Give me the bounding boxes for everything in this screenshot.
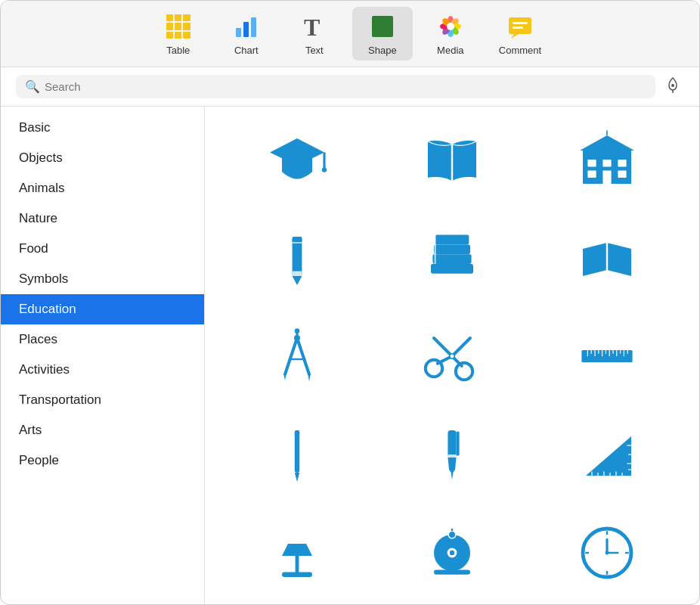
svg-rect-1 [243,22,249,37]
svg-marker-16 [511,34,519,39]
svg-rect-27 [587,160,596,167]
svg-line-55 [434,338,452,356]
search-input[interactable] [45,80,646,93]
svg-line-48 [297,338,309,374]
svg-rect-31 [618,170,626,178]
svg-rect-37 [293,271,302,276]
svg-rect-101 [434,569,470,574]
svg-rect-77 [295,430,299,435]
sidebar-item-symbols[interactable]: Symbols [1,264,204,294]
sidebar-item-activities[interactable]: Activities [1,355,204,385]
toolbar-shape-label: Shape [368,45,397,56]
sidebar-item-transportation[interactable]: Transportation [1,385,204,415]
svg-marker-83 [586,436,631,476]
icon-pen[interactable] [228,417,367,492]
icon-clock[interactable] [537,515,677,591]
svg-point-58 [456,363,472,380]
svg-line-47 [285,338,297,374]
icon-stack-books[interactable] [383,220,522,296]
svg-point-54 [295,328,299,333]
svg-point-14 [447,23,454,30]
pen-tool-icon[interactable] [661,73,684,100]
icon-compass[interactable] [228,318,367,394]
sidebar-item-objects[interactable]: Objects [1,143,204,173]
comment-icon [505,11,535,42]
media-icon [435,11,466,42]
svg-marker-76 [295,473,299,482]
svg-point-20 [671,84,674,87]
svg-text:T: T [304,14,320,40]
toolbar-text-label: Text [305,45,324,56]
icon-fountain-pen[interactable] [383,417,522,492]
svg-marker-51 [284,374,287,380]
toolbar-chart-label: Chart [234,45,259,56]
sidebar-item-education[interactable]: Education [1,294,204,324]
svg-point-98 [448,531,456,538]
svg-rect-17 [513,22,528,24]
sidebar-item-places[interactable]: Places [1,324,204,355]
sidebar-item-people[interactable]: People [1,445,204,476]
svg-marker-26 [580,135,634,150]
svg-rect-75 [295,430,299,473]
toolbar-chart[interactable]: Chart [216,7,277,60]
svg-marker-96 [282,544,312,556]
sidebar-item-basic[interactable]: Basic [1,113,204,143]
svg-rect-40 [432,254,471,264]
toolbar: Table Chart T Text Shape [1,1,699,67]
svg-line-56 [452,338,470,356]
toolbar-table[interactable]: Table [148,7,209,60]
icon-scissors[interactable] [383,318,522,394]
chart-icon [231,11,262,42]
toolbar-media[interactable]: Media [420,7,481,60]
text-icon: T [299,11,330,42]
svg-rect-18 [513,26,523,29]
icon-triangle-ruler[interactable] [537,417,677,492]
svg-point-23 [322,167,327,172]
icon-pencil[interactable] [228,220,367,296]
shape-icon [367,11,398,42]
search-input-wrapper: 🔍 [16,75,655,98]
svg-rect-78 [448,430,456,458]
icon-school-building[interactable] [537,122,677,197]
svg-rect-81 [457,432,460,456]
svg-rect-62 [581,350,632,362]
search-bar: 🔍 [1,67,699,107]
svg-rect-4 [372,16,393,37]
icon-graduation-cap[interactable] [228,122,367,197]
svg-marker-21 [270,138,324,166]
icon-open-book[interactable] [383,122,522,197]
toolbar-text[interactable]: T Text [284,7,345,60]
svg-rect-30 [587,170,596,178]
svg-rect-15 [509,17,531,34]
svg-marker-36 [293,276,302,285]
svg-point-100 [450,551,454,555]
icon-desk-lamp[interactable] [228,515,367,591]
icon-book-open-simple[interactable] [537,220,677,296]
sidebar-item-food[interactable]: Food [1,234,204,264]
search-icon: 🔍 [25,79,40,94]
sidebar-item-animals[interactable]: Animals [1,173,204,203]
toolbar-comment-label: Comment [499,45,541,56]
table-icon [163,11,194,42]
toolbar-shape[interactable]: Shape [352,7,413,60]
toolbar-comment[interactable]: Comment [488,7,552,60]
svg-marker-52 [308,374,311,382]
svg-rect-32 [602,170,611,184]
sidebar: Basic Objects Animals Nature Food Symbol… [1,107,205,605]
svg-marker-79 [448,458,456,474]
icon-school-bell[interactable] [383,515,522,591]
svg-point-61 [450,354,454,358]
svg-rect-39 [431,264,473,274]
svg-rect-42 [435,235,469,245]
svg-rect-28 [602,160,611,167]
toolbar-table-label: Table [166,45,190,56]
svg-rect-29 [618,160,626,167]
sidebar-item-nature[interactable]: Nature [1,203,204,234]
sidebar-item-arts[interactable]: Arts [1,415,204,445]
toolbar-media-label: Media [437,45,463,56]
main-content: Basic Objects Animals Nature Food Symbol… [1,107,699,605]
icon-ruler[interactable] [537,318,677,394]
svg-rect-0 [236,28,241,37]
svg-rect-41 [434,244,470,254]
icons-grid [205,107,699,605]
